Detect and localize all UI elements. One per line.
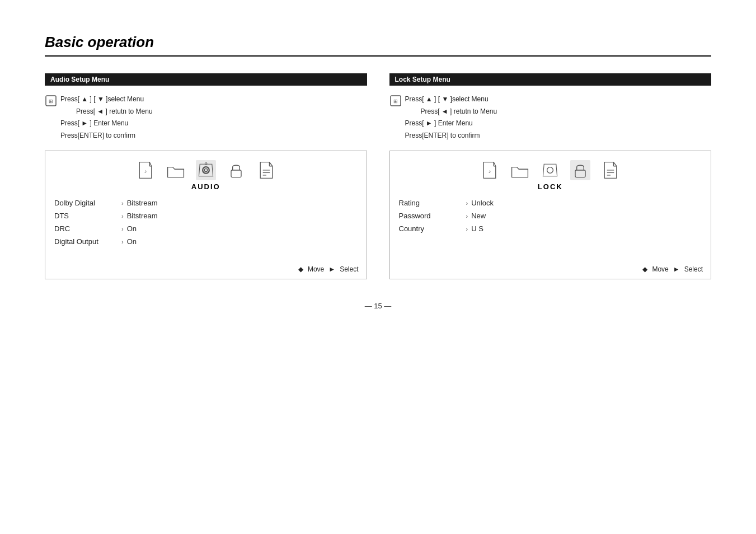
svg-point-9 [203,167,209,174]
select-arrow-icon: ► [673,265,680,273]
audio-icon-1: ♪ [135,160,156,180]
audio-icon-3-highlighted: ⚙ [196,160,216,180]
lock-remote-icon: ⊞ [389,95,402,107]
diamond-icon: ◆ [298,265,303,273]
audio-menu-title: AUDIO [54,182,358,191]
page-number: — 15 — [45,302,711,310]
svg-point-6 [202,167,209,174]
svg-point-23 [547,167,553,174]
audio-remote-icon: ⊞ [45,95,57,107]
lock-instructions: ⊞ Press[ ▲ ] [ ▼ ]select Menu Press[ ◄ ]… [389,93,712,142]
row-label: DRC [54,224,121,233]
table-row: Password › New [399,212,702,220]
table-row: Dolby Digital › Bitstream [54,199,358,207]
arrow-icon: › [121,238,124,245]
arrow-icon: › [121,213,124,219]
lock-icon-2 [510,160,530,180]
lock-section-header: Lock Setup Menu [389,73,712,86]
table-row: DTS › Bitstream [54,212,358,220]
page-title: Basic operation [45,34,711,51]
select-label: Select [684,265,703,273]
audio-instructions: ⊞ Press[ ▲ ] [ ▼ ]select Menu Press[ ◄ ]… [45,93,367,142]
row-value: On [127,237,137,246]
audio-section-header: Audio Setup Menu [45,73,367,86]
svg-rect-24 [575,170,585,177]
row-value: U S [471,224,483,233]
svg-text:⊞: ⊞ [49,99,53,104]
page-container: Basic operation Audio Setup Menu ⊞ Press… [0,0,756,332]
lock-menu-footer: ◆ Move ► Select [642,265,703,273]
lock-icon-3 [540,160,560,180]
audio-icon-2 [166,160,186,180]
table-row: Country › U S [399,224,702,233]
svg-text:♪: ♪ [144,169,147,175]
audio-menu-rows: Dolby Digital › Bitstream DTS › Bitstrea… [54,199,358,246]
svg-text:⚙: ⚙ [204,161,208,166]
audio-icon-4 [226,160,246,180]
audio-instructions-text: Press[ ▲ ] [ ▼ ]select Menu Press[ ◄ ] r… [60,93,153,142]
arrow-icon: › [121,226,124,232]
audio-menu-box: ♪ ⚙ [45,151,367,279]
move-label: Move [308,265,324,273]
title-divider [45,55,711,57]
table-row: Digital Output › On [54,237,358,246]
row-value: Unlock [471,199,494,207]
row-value: New [471,212,486,220]
table-row: DRC › On [54,224,358,233]
row-label: Password [399,212,466,220]
row-value: Bitstream [127,199,158,207]
lock-menu-box: ♪ [389,151,712,279]
lock-menu-title: LOCK [399,182,702,191]
svg-text:⊞: ⊞ [393,99,398,104]
arrow-icon: › [466,213,468,219]
move-label: Move [652,265,668,273]
row-value: Bitstream [127,212,158,220]
row-label: Dolby Digital [54,199,121,207]
row-label: DTS [54,212,121,220]
lock-instructions-text: Press[ ▲ ] [ ▼ ]select Menu Press[ ◄ ] r… [405,93,497,142]
lock-icon-4-highlighted [570,160,590,180]
lock-icon-row: ♪ [399,160,702,180]
lock-icon-1: ♪ [480,160,500,180]
audio-icon-row: ♪ ⚙ [54,160,358,180]
arrow-icon: › [121,200,124,207]
diamond-icon: ◆ [642,265,647,273]
arrow-icon: › [466,200,468,207]
arrow-icon: › [466,226,468,232]
svg-point-7 [204,169,207,172]
row-value: On [127,224,137,233]
select-arrow-icon: ► [328,265,335,273]
two-column-layout: Audio Setup Menu ⊞ Press[ ▲ ] [ ▼ ]selec… [45,73,711,279]
lock-menu-rows: Rating › Unlock Password › New Country ›… [399,199,702,233]
audio-column: Audio Setup Menu ⊞ Press[ ▲ ] [ ▼ ]selec… [45,73,367,279]
table-row: Rating › Unlock [399,199,702,207]
row-label: Rating [399,199,466,207]
row-label: Country [399,224,466,233]
svg-rect-10 [231,170,241,177]
audio-icon-5 [256,160,276,180]
svg-text:♪: ♪ [489,169,491,175]
row-label: Digital Output [54,237,121,246]
lock-column: Lock Setup Menu ⊞ Press[ ▲ ] [ ▼ ]select… [389,73,712,279]
select-label: Select [340,265,358,273]
audio-menu-footer: ◆ Move ► Select [298,265,359,273]
lock-icon-5 [600,160,621,180]
